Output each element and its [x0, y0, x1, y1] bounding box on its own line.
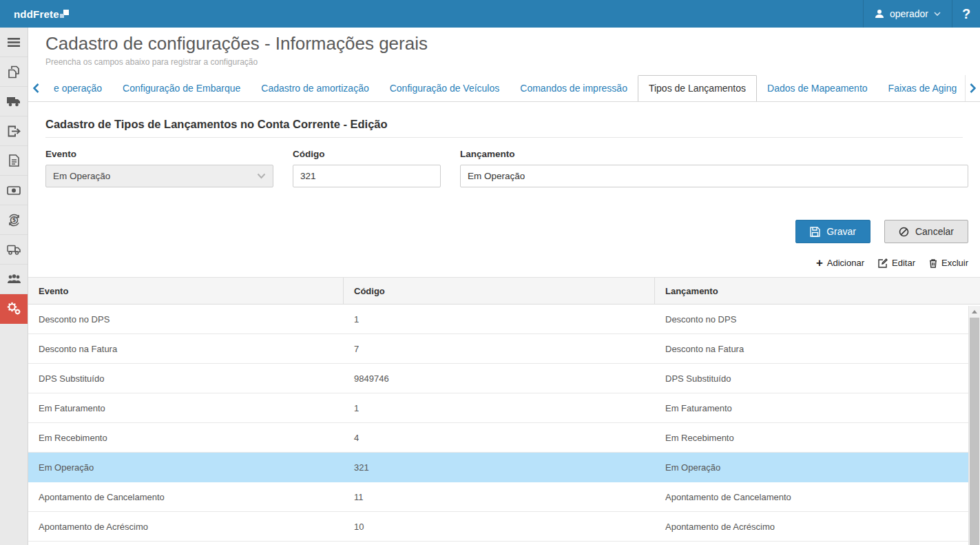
tab-configuracao-de-veiculos[interactable]: Configuração de Veículos: [379, 76, 510, 101]
tab-e-operacao[interactable]: e operação: [43, 76, 112, 101]
adicionar-label: Adicionar: [827, 258, 864, 268]
table-row[interactable]: DPS Substituído 9849746 DPS Substituído: [28, 364, 980, 393]
editar-label: Editar: [892, 258, 915, 268]
table-row[interactable]: Desconto na Fatura 7 Desconto na Fatura: [28, 334, 980, 364]
excluir-label: Excluir: [941, 258, 968, 268]
sidebar-item-document[interactable]: [0, 146, 28, 176]
save-icon: [810, 227, 820, 237]
export-icon: [8, 125, 21, 137]
tab-scroll-right-button[interactable]: [965, 75, 980, 101]
sidebar-item-money[interactable]: [0, 176, 28, 205]
chevron-left-icon: [33, 83, 39, 93]
sidebar-item-settings[interactable]: [0, 294, 28, 324]
sidebar-item-truck-outline[interactable]: [0, 235, 28, 265]
user-name: operador: [890, 8, 928, 19]
evento-field-group: Evento Em Operação: [45, 149, 273, 187]
gravar-button[interactable]: Gravar: [795, 220, 870, 243]
cell-evento: Em Operação: [28, 462, 344, 473]
tab-scroll-left-button[interactable]: [28, 75, 43, 101]
table-row[interactable]: Em Faturamento 1 Em Faturamento: [28, 393, 980, 423]
hamburger-icon: [8, 38, 20, 47]
lancamento-field-group: Lançamento: [460, 149, 968, 187]
editar-link[interactable]: Editar: [878, 258, 915, 268]
triangle-up-icon: [972, 310, 977, 313]
lancamentos-table: Evento Código Lançamento Desconto no DPS…: [28, 277, 980, 542]
cell-lancamento: Apontamento de Cancelamento: [655, 492, 980, 502]
tab-dados-de-mapeamento[interactable]: Dados de Mapeamento: [757, 76, 878, 101]
cell-codigo: 1: [344, 314, 655, 325]
cancel-icon: [899, 227, 909, 237]
cell-codigo: 7: [344, 344, 655, 354]
codigo-input[interactable]: [293, 165, 441, 187]
evento-label: Evento: [45, 149, 273, 159]
tab-tipos-de-lancamentos[interactable]: Tipos de Lançamentos: [638, 75, 757, 102]
sidebar-item-menu-toggle[interactable]: [0, 28, 28, 57]
tab-faixas-de-aging[interactable]: Faixas de Aging: [878, 76, 968, 101]
document-icon: [9, 154, 19, 167]
user-icon: [875, 9, 884, 19]
lancamento-label: Lançamento: [460, 149, 968, 159]
truck-icon: [7, 96, 21, 107]
cell-codigo: 4: [344, 433, 655, 443]
excluir-link[interactable]: Excluir: [929, 258, 968, 268]
column-header-evento: Evento: [28, 278, 344, 304]
table-row-selected[interactable]: Em Operação 321 Em Operação: [28, 453, 980, 482]
cell-evento: Desconto na Fatura: [28, 344, 344, 354]
grid-actions: + Adicionar Editar Excluir: [28, 258, 968, 268]
cell-evento: Em Recebimento: [28, 433, 344, 443]
evento-select[interactable]: Em Operação: [45, 165, 273, 187]
users-icon: [7, 274, 21, 285]
cell-codigo: 11: [344, 492, 655, 502]
cancelar-button[interactable]: Cancelar: [884, 220, 968, 243]
table-row[interactable]: Apontamento de Cancelamento 11 Apontamen…: [28, 482, 980, 512]
page-subtitle: Preencha os campos abaixo para registrar…: [45, 57, 980, 67]
tab-cadastro-de-amortizacao[interactable]: Cadastro de amortização: [251, 76, 379, 101]
edit-icon: [878, 258, 888, 268]
sidebar: $: [0, 28, 28, 545]
form-actions: Gravar Cancelar: [28, 220, 968, 243]
sidebar-item-truck[interactable]: [0, 87, 28, 116]
topbar-right: operador ?: [863, 0, 980, 28]
user-menu[interactable]: operador: [863, 0, 952, 28]
tab-comandos-de-impressao[interactable]: Comandos de impressão: [510, 76, 638, 101]
cell-lancamento: Desconto na Fatura: [655, 344, 980, 354]
dollar-refresh-icon: $: [8, 214, 21, 227]
table-row[interactable]: Desconto no DPS 1 Desconto no DPS: [28, 305, 980, 334]
adicionar-link[interactable]: + Adicionar: [816, 258, 864, 268]
column-header-lancamento: Lançamento: [655, 278, 980, 304]
table-row[interactable]: Em Recebimento 4 Em Recebimento: [28, 423, 980, 453]
cell-lancamento: Apontamento de Acréscimo: [655, 522, 980, 532]
app-logo[interactable]: nddFrete: [0, 0, 69, 28]
sidebar-item-copy[interactable]: [0, 57, 28, 87]
truck-outline-icon: [7, 245, 21, 255]
cell-evento: Desconto no DPS: [28, 314, 344, 325]
logo-mark-icon: [60, 9, 69, 19]
cell-evento: Apontamento de Acréscimo: [28, 522, 344, 532]
sidebar-item-users[interactable]: [0, 265, 28, 294]
copy-icon: [8, 65, 21, 79]
cancelar-label: Cancelar: [915, 226, 954, 237]
sidebar-item-export[interactable]: [0, 116, 28, 146]
trash-icon: [929, 258, 937, 268]
page-title: Cadastro de configurações - Informações …: [45, 33, 980, 54]
chevron-right-icon: [970, 83, 976, 93]
cell-lancamento: Em Recebimento: [655, 433, 980, 443]
cell-evento: Apontamento de Cancelamento: [28, 492, 344, 502]
logo-text: nddFrete: [14, 8, 59, 20]
help-button[interactable]: ?: [952, 0, 980, 28]
scrollbar-thumb[interactable]: [970, 318, 979, 545]
column-header-codigo: Código: [344, 278, 655, 304]
cell-evento: DPS Substituído: [28, 373, 344, 384]
sidebar-item-currency-exchange[interactable]: $: [0, 205, 28, 235]
table-row[interactable]: Apontamento de Acréscimo 10 Apontamento …: [28, 512, 980, 542]
cell-codigo: 1: [344, 403, 655, 413]
lancamento-input[interactable]: [460, 165, 968, 187]
plus-icon: +: [816, 258, 823, 267]
codigo-field-group: Código: [293, 149, 441, 187]
cell-codigo: 321: [344, 462, 655, 473]
scrollbar-up-button[interactable]: [969, 306, 980, 317]
table-scrollbar[interactable]: [968, 306, 980, 545]
edit-form: Evento Em Operação Código Lançamento: [45, 149, 968, 187]
tab-configuracao-de-embarque[interactable]: Configuração de Embarque: [112, 76, 251, 101]
cell-lancamento: DPS Substituído: [655, 373, 980, 384]
